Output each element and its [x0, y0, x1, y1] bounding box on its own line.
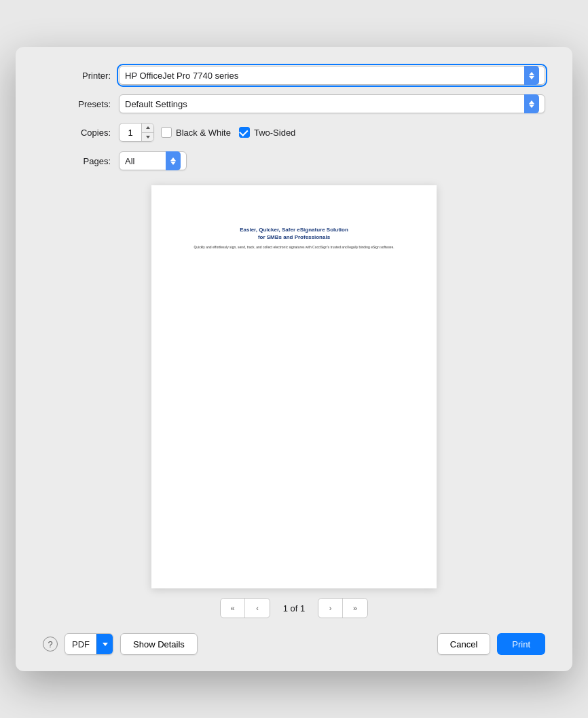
last-page-icon: »	[353, 604, 357, 612]
copies-decrement[interactable]	[142, 133, 153, 142]
cancel-button[interactable]: Cancel	[437, 633, 490, 655]
pages-select[interactable]: All	[119, 151, 187, 170]
pdf-label: PDF	[65, 639, 96, 649]
up-arrow-icon	[146, 126, 150, 129]
copies-label: Copies:	[43, 128, 111, 138]
black-white-checkbox[interactable]	[161, 127, 172, 138]
down-arrow-icon	[146, 136, 150, 138]
two-sided-option[interactable]: Two-Sided	[239, 127, 295, 138]
pages-label: Pages:	[43, 156, 111, 166]
copies-options: Black & White Two-Sided	[161, 127, 295, 138]
copies-input[interactable]	[120, 124, 141, 141]
first-page-icon: «	[230, 604, 234, 612]
nav-right-group: › »	[318, 598, 368, 618]
copies-row: Copies: Black & White Two-Sided	[43, 123, 545, 142]
preview-content: Easier, Quicker, Safer eSignature Soluti…	[194, 226, 394, 250]
pages-row: Pages: All	[43, 151, 545, 170]
copies-increment[interactable]	[142, 124, 153, 133]
help-button[interactable]: ?	[43, 637, 58, 651]
nav-left-group: « ‹	[220, 598, 270, 618]
printer-row: Printer: HP OfficeJet Pro 7740 series	[43, 66, 545, 85]
copies-input-wrap	[119, 123, 154, 142]
preview-title: Easier, Quicker, Safer eSignature Soluti…	[194, 226, 394, 241]
printer-stepper[interactable]	[524, 66, 539, 85]
presets-stepper[interactable]	[524, 94, 539, 113]
pdf-dropdown-arrow-icon	[103, 643, 108, 646]
presets-arrow-up	[529, 100, 534, 104]
presets-arrow-down	[529, 105, 534, 108]
presets-value: Default Settings	[125, 99, 524, 109]
page-navigation: « ‹ 1 of 1 › »	[220, 598, 368, 618]
first-page-button[interactable]: «	[221, 599, 245, 618]
printer-value: HP OfficeJet Pro 7740 series	[125, 71, 524, 81]
presets-label: Presets:	[43, 99, 111, 109]
pages-arrow-down	[170, 162, 176, 165]
next-page-button[interactable]: ›	[318, 599, 343, 618]
pages-value: All	[125, 156, 166, 166]
pdf-dropdown-button[interactable]	[96, 634, 113, 654]
page-indicator: 1 of 1	[277, 603, 311, 613]
two-sided-checkbox[interactable]	[239, 127, 250, 138]
help-icon: ?	[48, 639, 52, 649]
printer-arrow-down	[529, 76, 534, 79]
print-button[interactable]: Print	[497, 633, 545, 655]
two-sided-label: Two-Sided	[254, 128, 295, 138]
prev-page-button[interactable]: ‹	[245, 599, 270, 618]
pdf-button[interactable]: PDF	[65, 633, 113, 655]
preview-subtitle: Quickly and effortlessly sign, send, tra…	[194, 245, 394, 250]
presets-select[interactable]: Default Settings	[119, 94, 545, 113]
copies-stepper	[141, 124, 153, 141]
last-page-button[interactable]: »	[343, 599, 367, 618]
black-white-label: Black & White	[176, 128, 231, 138]
preview-area: Easier, Quicker, Safer eSignature Soluti…	[43, 185, 545, 618]
print-dialog: Printer: HP OfficeJet Pro 7740 series Pr…	[16, 47, 572, 671]
printer-label: Printer:	[43, 71, 111, 81]
presets-row: Presets: Default Settings	[43, 94, 545, 113]
next-page-icon: ›	[329, 604, 332, 612]
printer-select[interactable]: HP OfficeJet Pro 7740 series	[119, 66, 545, 85]
show-details-button[interactable]: Show Details	[120, 633, 198, 655]
pages-stepper[interactable]	[166, 151, 181, 170]
preview-page: Easier, Quicker, Safer eSignature Soluti…	[151, 185, 437, 588]
prev-page-icon: ‹	[256, 604, 259, 612]
black-white-option[interactable]: Black & White	[161, 127, 231, 138]
bottom-bar: ? PDF Show Details Cancel Print	[43, 633, 545, 655]
pages-arrow-up	[170, 157, 176, 161]
printer-arrow-up	[529, 72, 534, 75]
